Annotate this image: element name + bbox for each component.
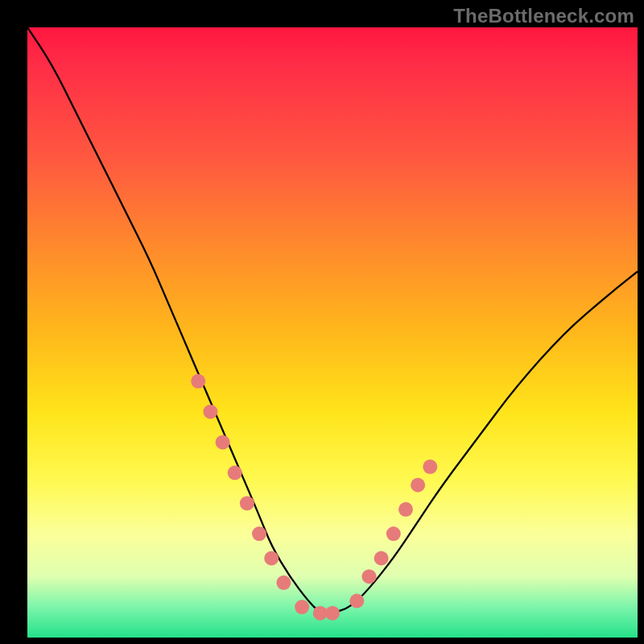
marker-dot xyxy=(362,569,377,584)
marker-dot xyxy=(264,551,279,566)
plot-area xyxy=(27,27,638,638)
marker-dot xyxy=(191,374,205,389)
marker-dot xyxy=(411,478,425,493)
marker-dot xyxy=(349,594,364,609)
marker-dot xyxy=(325,606,340,621)
marker-dot xyxy=(252,526,266,541)
marker-dot xyxy=(276,576,291,590)
chart-frame: TheBottleneck.com xyxy=(0,0,644,644)
marker-dot xyxy=(295,600,309,614)
bottleneck-curve xyxy=(27,27,638,613)
marker-dot xyxy=(216,435,230,449)
marker-dot xyxy=(374,551,389,566)
marker-dot xyxy=(240,496,254,510)
marker-dot xyxy=(423,460,437,474)
marker-dot xyxy=(398,502,413,517)
watermark-text: TheBottleneck.com xyxy=(453,5,634,27)
marker-dot xyxy=(386,526,401,541)
marker-dot xyxy=(228,465,242,480)
curve-layer xyxy=(27,27,638,638)
highlight-dots xyxy=(191,374,437,621)
marker-dot xyxy=(203,405,217,419)
